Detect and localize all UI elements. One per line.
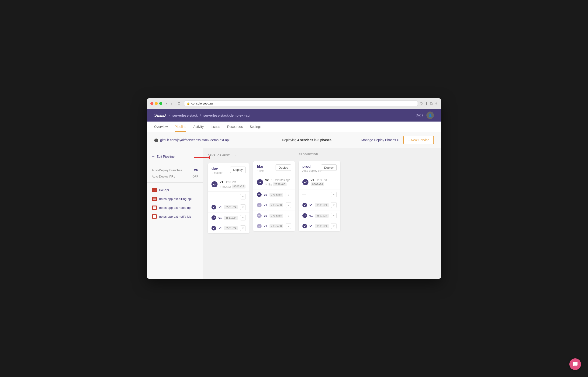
env-like-name[interactable]: like [257, 165, 264, 169]
dropdown-dev-4[interactable]: ∨ [240, 225, 246, 231]
tab-activity[interactable]: Activity [193, 121, 204, 132]
dash-dev-1: — [212, 195, 238, 199]
maximize-button[interactable] [159, 102, 162, 105]
new-tab-button[interactable]: ⧉ [430, 101, 432, 106]
docs-link[interactable]: Docs [416, 113, 423, 117]
tab-settings[interactable]: Settings [250, 121, 262, 132]
seed-logo[interactable]: SEED [154, 113, 167, 118]
commit-dev-2: 8501a24 [224, 205, 237, 209]
deploy-button-like[interactable]: Deploy [276, 165, 291, 171]
back-button[interactable]: ‹ [165, 101, 169, 106]
deploy-version-like: v2 [265, 178, 269, 182]
dropdown-like-4[interactable]: ∨ [286, 223, 291, 229]
service-row-prod-2: v1 8501a24 ∨ [299, 200, 340, 211]
address-bar[interactable]: 🔒 console.seed.run [184, 101, 418, 106]
sidebar-divider-2 [147, 182, 203, 183]
forward-button[interactable]: › [170, 101, 173, 106]
arrow-head [207, 156, 210, 159]
service-icon-like-api [152, 188, 157, 192]
pipeline-columns: DEVELOPMENT → dev ⑂ master [208, 153, 436, 233]
deploy-button-prod[interactable]: Deploy [321, 165, 336, 171]
dropdown-dev-1[interactable]: ∨ [240, 194, 246, 200]
auto-deploy-prs-setting: Auto-Deploy PRs OFF [147, 173, 203, 180]
dropdown-dev-2[interactable]: ∨ [240, 204, 246, 210]
new-service-button[interactable]: + New Service [403, 136, 434, 144]
sidebar-toggle-button[interactable]: ⊡ [176, 101, 182, 106]
avatar[interactable]: 👤 [426, 112, 434, 119]
development-label: DEVELOPMENT [208, 154, 230, 157]
main-content: ✏ Edit Pipeline Auto-Deploy Branches ON … [147, 148, 441, 279]
dropdown-prod-3[interactable]: ∨ [331, 213, 337, 218]
edit-pipeline-button[interactable]: ✏ Edit Pipeline [147, 153, 203, 162]
branch-char-like: ⑂ [265, 183, 267, 186]
development-section: DEVELOPMENT → dev ⑂ master [208, 153, 249, 233]
tab-issues[interactable]: Issues [211, 121, 220, 132]
breadcrumb-org[interactable]: serverless-stack [172, 113, 197, 117]
repo-url-text: github.com/jayair/serverless-stack-demo-… [160, 138, 229, 142]
deploy-button-dev[interactable]: Deploy [230, 166, 246, 173]
tab-pipeline[interactable]: Pipeline [175, 121, 186, 132]
branch-char-dev: ⑂ [220, 185, 222, 188]
breadcrumb-app[interactable]: serverless-stack-demo-ext-api [203, 113, 250, 117]
check-circle-prod [302, 179, 308, 185]
sidebar-divider-1 [147, 164, 203, 164]
dropdown-like-2[interactable]: ∨ [286, 202, 291, 208]
env-card-like-header: like ⑂ like Deploy [253, 161, 295, 175]
chat-button[interactable] [569, 358, 581, 370]
service-row-like-2: v2 2738a68 ∨ [253, 200, 295, 211]
deploy-version-prod: v1 [311, 178, 314, 182]
env-dev-name[interactable]: dev [212, 166, 223, 171]
tab-overview[interactable]: Overview [154, 121, 168, 132]
deploy-version-dev: v1 [220, 180, 223, 184]
commit-like: 2738a68 [273, 182, 286, 186]
auto-deploy-branches-value: ON [194, 169, 198, 172]
share-button[interactable]: ⬆ [425, 101, 428, 106]
env-prod-info: prod Auto-deploy off [302, 165, 321, 172]
service-name-notes-api: notes-app-ext-notes-api [159, 206, 191, 210]
env-like-info: like ⑂ like [257, 165, 264, 172]
auto-deploy-branches-setting: Auto-Deploy Branches ON [147, 167, 203, 173]
manage-deploy-phases-link[interactable]: Manage Deploy Phases > [361, 138, 399, 142]
chat-icon [572, 361, 578, 367]
refresh-button[interactable]: ↻ [420, 101, 423, 106]
version-dev-2: v1 [218, 206, 222, 209]
version-prod-4: v1 [309, 224, 313, 228]
tab-resources[interactable]: Resources [227, 121, 243, 132]
lock-icon: 🔒 [187, 102, 190, 105]
check-small-dev-2 [212, 205, 216, 210]
dropdown-prod-2[interactable]: ∨ [331, 202, 337, 208]
check-small-like-2 [257, 203, 262, 207]
sidebar-item-billing-api[interactable]: notes-app-ext-billing-api [147, 194, 203, 203]
sidebar-item-like-api[interactable]: like-api [147, 186, 203, 194]
deploy-time-dev: 1:32 PM [226, 181, 236, 184]
repo-link[interactable]: ⬤ github.com/jayair/serverless-stack-dem… [154, 138, 253, 142]
version-prod-3: v1 [309, 214, 313, 217]
production-section: PRODUCTION prod Auto-deploy off Deploy [299, 153, 340, 231]
minimize-button[interactable] [155, 102, 158, 105]
add-tab-button[interactable]: + [435, 101, 438, 106]
branch-icon-dev: ⑂ [212, 171, 213, 175]
dropdown-like-3[interactable]: ∨ [286, 213, 291, 218]
sidebar-item-notes-api[interactable]: notes-app-ext-notes-api [147, 203, 203, 212]
version-prod-2: v1 [309, 203, 313, 207]
sidebar-item-notify-job[interactable]: notes-app-ext-notify-job [147, 212, 203, 221]
service-icon-notify-job [152, 214, 157, 219]
version-dev-4: v1 [218, 226, 222, 230]
commit-prod: 8501a24 [311, 182, 324, 186]
pencil-icon: ✏ [152, 155, 155, 158]
browser-chrome: ‹ › ⊡ 🔒 console.seed.run ↻ ⬆ ⧉ + [147, 98, 441, 109]
close-button[interactable] [150, 102, 153, 105]
service-icon-notes-api [152, 206, 157, 210]
dropdown-dev-3[interactable]: ∨ [240, 215, 246, 221]
commit-like-1: 2738a68 [270, 193, 283, 197]
auto-deploy-prs-label: Auto-Deploy PRs [152, 175, 175, 178]
dropdown-like-1[interactable]: ∨ [286, 192, 291, 197]
commit-prod-3: 8501a24 [315, 214, 329, 218]
dropdown-prod-1[interactable]: ∨ [331, 192, 337, 197]
commit-dev-4: 8501a24 [224, 226, 237, 230]
env-card-like: like ⑂ like Deploy [253, 161, 295, 231]
dropdown-prod-4[interactable]: ∨ [331, 223, 337, 229]
service-row-like-3: v2 2738a68 ∨ [253, 211, 295, 221]
service-row-dev-2: v1 8501a24 ∨ [208, 202, 249, 212]
env-prod-name[interactable]: prod [302, 165, 321, 169]
